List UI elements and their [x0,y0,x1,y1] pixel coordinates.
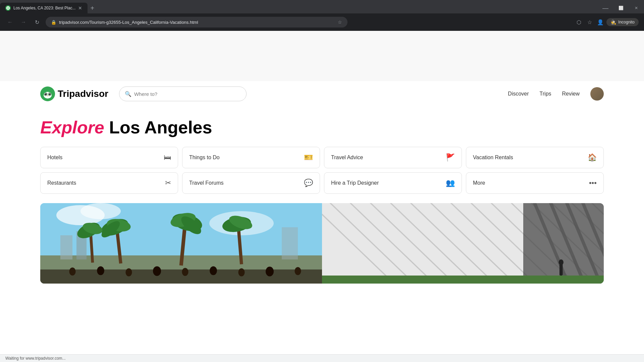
explore-word: Explore [40,118,104,137]
logo[interactable]: Tripadvisor [40,86,108,101]
hotels-icon: 🛏 [164,153,171,162]
nav-review[interactable]: Review [562,91,580,97]
svg-point-42 [294,267,301,275]
logo-owl-icon [40,86,55,101]
category-travel-forums[interactable]: Travel Forums 💬 [182,172,320,194]
svg-point-37 [153,266,161,276]
hire-trip-designer-label: Hire a Trip Designer [331,180,379,186]
city-name-text: Los Angeles [109,118,212,137]
maximize-button[interactable]: ⬜ [613,1,629,15]
restaurants-icon: ✂ [165,179,171,187]
travel-advice-label: Travel Advice [331,155,363,161]
url-text: tripadvisor.com/Tourism-g32655-Los_Angel… [59,20,335,25]
incognito-badge: 🕵 Incognito [606,18,639,26]
refresh-button[interactable]: ↻ [32,17,42,27]
category-vacation-rentals[interactable]: Vacation Rentals 🏠 [466,147,604,168]
incognito-icon: 🕵 [610,19,616,25]
photo-beach [40,203,322,284]
url-bar[interactable]: 🔒 tripadvisor.com/Tourism-g32655-Los_Ang… [46,17,347,27]
window-controls: — ⬜ ✕ [598,1,644,15]
vacation-rentals-icon: 🏠 [588,153,597,162]
search-input[interactable] [134,91,241,97]
search-bar[interactable]: 🔍 [119,86,247,101]
category-more[interactable]: More ••• [466,172,604,194]
main-nav: Discover Trips Review [508,87,604,101]
close-button[interactable]: ✕ [629,1,644,15]
bookmark-icon[interactable]: ☆ [338,19,342,25]
hotels-label: Hotels [47,155,62,161]
svg-point-39 [210,266,217,275]
logo-text: Tripadvisor [58,88,108,99]
forward-button[interactable]: → [19,17,28,27]
photo-grid [40,203,604,284]
page-content: Tripadvisor 🔍 Discover Trips Review Expl… [0,31,644,333]
category-restaurants[interactable]: Restaurants ✂ [40,172,178,194]
svg-point-35 [97,266,104,275]
tab-bar: Los Angeles, CA 2023: Best Plac... ✕ + —… [0,0,644,13]
search-icon: 🔍 [125,91,131,97]
svg-point-40 [238,268,245,276]
ad-banner [0,31,644,81]
travel-advice-icon: 🚩 [446,153,455,162]
tab-title: Los Angeles, CA 2023: Best Plac... [13,6,75,10]
things-to-do-label: Things to Do [189,155,220,161]
svg-point-34 [69,267,75,276]
svg-point-13 [80,203,121,219]
category-hotels[interactable]: Hotels 🛏 [40,147,178,168]
things-to-do-icon: 🎫 [304,153,313,162]
browser-window: Los Angeles, CA 2023: Best Plac... ✕ + —… [0,0,644,333]
profile-icon[interactable]: 👤 [596,17,605,27]
more-icon: ••• [589,179,597,187]
page-title: Explore Los Angeles [40,117,604,137]
svg-rect-16 [60,235,72,259]
category-things-to-do[interactable]: Things to Do 🎫 [182,147,320,168]
new-tab-button[interactable]: + [90,4,94,12]
site-header: Tripadvisor 🔍 Discover Trips Review [0,81,644,107]
svg-rect-65 [559,263,563,276]
svg-point-38 [182,268,188,276]
vacation-rentals-label: Vacation Rentals [473,155,513,161]
back-button[interactable]: ← [5,17,15,27]
photo-museum [322,203,604,284]
address-bar: ← → ↻ 🔒 tripadvisor.com/Tourism-g32655-L… [0,13,644,31]
user-avatar[interactable] [590,87,604,101]
svg-rect-64 [322,276,604,284]
travel-forums-label: Travel Forums [189,180,224,186]
nav-trips[interactable]: Trips [540,91,551,97]
more-label: More [473,180,485,186]
tab-close-button[interactable]: ✕ [78,5,82,11]
incognito-label: Incognito [618,20,635,24]
svg-point-7 [49,94,50,94]
hero-section: Explore Los Angeles Hotels 🛏 Things to D… [0,107,644,292]
browser-actions: ⬡ ☆ 👤 🕵 Incognito [574,17,639,27]
travel-forums-icon: 💬 [304,179,313,187]
svg-point-4 [45,94,46,94]
url-actions: ☆ [338,19,342,25]
restaurants-label: Restaurants [47,180,76,186]
category-hire-trip-designer[interactable]: Hire a Trip Designer 👥 [324,172,462,194]
svg-point-66 [559,259,564,265]
bookmark-manager-icon[interactable]: ☆ [585,17,594,27]
svg-point-36 [125,268,132,276]
svg-point-3 [45,93,47,96]
tab-favicon [5,5,11,11]
svg-rect-33 [40,269,322,284]
category-grid: Hotels 🛏 Things to Do 🎫 Travel Advice 🚩 … [40,147,604,194]
svg-point-41 [266,267,274,277]
svg-rect-18 [282,227,298,259]
cast-icon[interactable]: ⬡ [574,17,584,27]
svg-point-6 [49,93,51,96]
active-tab[interactable]: Los Angeles, CA 2023: Best Plac... ✕ [0,3,88,13]
hire-trip-designer-icon: 👥 [446,179,455,187]
minimize-button[interactable]: — [598,1,613,15]
category-travel-advice[interactable]: Travel Advice 🚩 [324,147,462,168]
nav-discover[interactable]: Discover [508,91,529,97]
lock-icon: 🔒 [51,20,56,25]
